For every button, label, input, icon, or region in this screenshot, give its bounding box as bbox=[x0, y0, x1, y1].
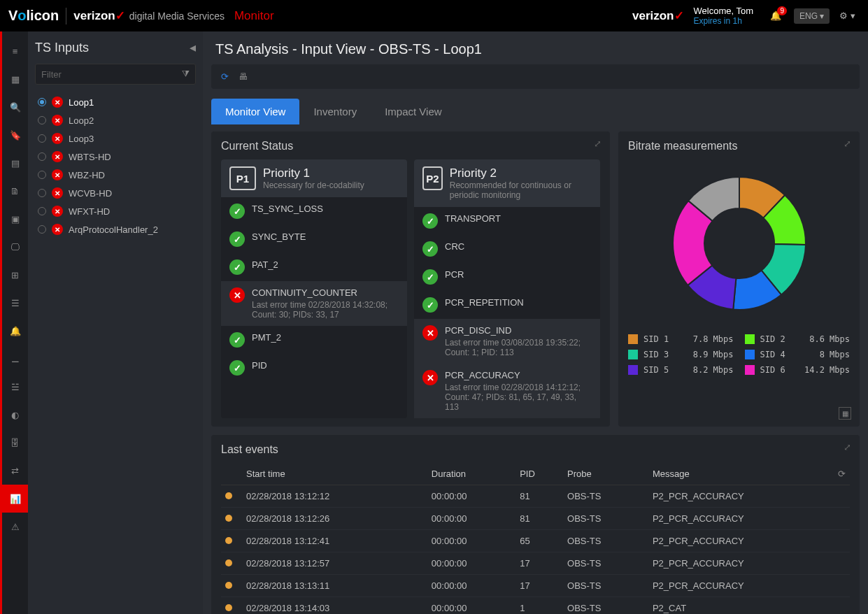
event-probe: OBS-TS bbox=[563, 530, 648, 552]
p1-title: Priority 1 bbox=[263, 166, 364, 180]
check-detail: Last error time 02/28/2018 14:32:08; Cou… bbox=[252, 300, 399, 320]
tab-monitor-view[interactable]: Monitor View bbox=[211, 99, 299, 124]
rail-voice[interactable]: ⚊ bbox=[1, 345, 29, 373]
rail-config[interactable]: ⇄ bbox=[1, 457, 29, 485]
check-CONTINUITY_COUNTER[interactable]: ✕ CONTINUITY_COUNTER Last error time 02/… bbox=[221, 281, 407, 326]
check-SYNC_BYTE[interactable]: ✓ SYNC_BYTE bbox=[221, 225, 407, 253]
check-TRANSPORT[interactable]: ✓ TRANSPORT bbox=[414, 207, 600, 235]
rail-db[interactable]: 🗄 bbox=[1, 429, 29, 457]
expand-events-button[interactable]: ⤢ bbox=[844, 442, 851, 452]
notifications-button[interactable]: 🔔 9 bbox=[770, 10, 781, 21]
event-row[interactable]: 02/28/2018 13:14:03 00:00:00 1 OBS-TS P2… bbox=[221, 597, 850, 615]
bitrate-donut-chart bbox=[628, 159, 850, 334]
tab-impact-view[interactable]: Impact View bbox=[371, 99, 455, 124]
rail-apps[interactable]: ⊞ bbox=[1, 261, 29, 289]
settings-button[interactable]: ⚙ ▾ bbox=[839, 10, 855, 21]
filter-input[interactable]: Filter ⧩ bbox=[35, 64, 196, 85]
p2-badge: P2 bbox=[422, 166, 443, 190]
inputs-sidebar: TS Inputs ◂ Filter ⧩ ✕ Loop1 ✕ Loop2 ✕ L… bbox=[28, 31, 203, 614]
legend-SID-6: SID 6 14.2 Mbps bbox=[745, 365, 851, 375]
check-CRC[interactable]: ✓ CRC bbox=[414, 235, 600, 263]
current-status-panel: Current Status ⤢ P1 Priority 1 Necessary… bbox=[211, 131, 610, 427]
event-row[interactable]: 02/28/2018 13:12:12 00:00:00 81 OBS-TS P… bbox=[221, 485, 850, 508]
view-tabs: Monitor ViewInventoryImpact View bbox=[211, 99, 860, 124]
legend-value: 8 Mbps bbox=[820, 350, 850, 359]
rail-video[interactable]: ▦ bbox=[1, 65, 29, 93]
sidebar-item-Loop2[interactable]: ✕ Loop2 bbox=[35, 111, 196, 129]
error-icon: ✕ bbox=[52, 169, 63, 180]
rail-grid[interactable]: ▣ bbox=[1, 205, 29, 233]
rail-analysis[interactable]: 📊 bbox=[1, 485, 29, 513]
rail-doc[interactable]: 🗎 bbox=[1, 177, 29, 205]
sidebar-item-WCVB-HD[interactable]: ✕ WCVB-HD bbox=[35, 184, 196, 202]
legend-swatch bbox=[745, 334, 755, 344]
event-severity-icon bbox=[225, 492, 232, 499]
tab-inventory[interactable]: Inventory bbox=[299, 99, 371, 124]
status-title: Current Status bbox=[221, 140, 600, 152]
rail-contrast[interactable]: ◐ bbox=[1, 401, 29, 429]
event-start: 02/28/2018 13:12:41 bbox=[242, 530, 427, 552]
event-row[interactable]: 02/28/2018 13:12:41 00:00:00 65 OBS-TS P… bbox=[221, 530, 850, 552]
sidebar-item-Loop1[interactable]: ✕ Loop1 bbox=[35, 93, 196, 111]
legend-SID-3: SID 3 8.9 Mbps bbox=[628, 350, 734, 359]
priority2-header: P2 Priority 2 Recommended for continuous… bbox=[414, 159, 600, 207]
check-PCR_ACCURACY[interactable]: ✕ PCR_ACCURACY Last error time 02/28/201… bbox=[414, 364, 600, 418]
rail-search[interactable]: 🔍 bbox=[1, 93, 29, 121]
event-duration: 00:00:00 bbox=[427, 597, 515, 615]
event-row[interactable]: 02/28/2018 13:12:26 00:00:00 81 OBS-TS P… bbox=[221, 508, 850, 530]
rail-table[interactable]: ▤ bbox=[1, 149, 29, 177]
legend-value: 8.9 Mbps bbox=[693, 350, 734, 359]
rail-list[interactable]: ☰ bbox=[1, 289, 29, 317]
expand-status-button[interactable]: ⤢ bbox=[594, 138, 602, 149]
col-probe[interactable]: Probe bbox=[563, 463, 648, 485]
rail-bookmark[interactable]: 🔖 bbox=[1, 121, 29, 149]
app-header: Volicon verizon✓ digital Media Services … bbox=[0, 0, 868, 31]
check-icon: ✓ bbox=[229, 259, 245, 275]
rail-monitor[interactable]: 🖵 bbox=[1, 233, 29, 261]
check-TS_SYNC_LOSS[interactable]: ✓ TS_SYNC_LOSS bbox=[221, 197, 407, 225]
event-pid: 81 bbox=[515, 508, 563, 530]
event-message: P2_PCR_ACCURACY bbox=[648, 508, 850, 530]
sidebar-item-WBTS-HD[interactable]: ✕ WBTS-HD bbox=[35, 148, 196, 166]
print-button[interactable]: 🖶 bbox=[239, 71, 248, 82]
check-detail: Last error time 03/08/2018 19:35:22; Cou… bbox=[445, 338, 592, 357]
error-icon: ✕ bbox=[52, 133, 63, 144]
rail-alarm[interactable]: ⚠ bbox=[1, 513, 29, 541]
check-PAT_2[interactable]: ✓ PAT_2 bbox=[221, 253, 407, 281]
rail-menu[interactable]: ≡ bbox=[1, 37, 29, 65]
event-row[interactable]: 02/28/2018 13:12:57 00:00:00 17 OBS-TS P… bbox=[221, 552, 850, 575]
rail-alerts[interactable]: 🔔 bbox=[1, 317, 29, 345]
refresh-events-button[interactable]: ⟳ bbox=[838, 469, 846, 479]
col-start[interactable]: Start time bbox=[242, 463, 427, 485]
col-message[interactable]: Message⟳ bbox=[648, 463, 850, 485]
error-icon: ✕ bbox=[52, 224, 63, 235]
sidebar-item-WBZ-HD[interactable]: ✕ WBZ-HD bbox=[35, 166, 196, 184]
check-PCR_REPETITION[interactable]: ✓ PCR_REPETITION bbox=[414, 291, 600, 319]
check-PMT_2[interactable]: ✓ PMT_2 bbox=[221, 326, 407, 354]
check-label: PCR bbox=[445, 269, 464, 280]
radio-icon bbox=[38, 189, 46, 197]
rail-stack[interactable]: ☱ bbox=[1, 373, 29, 401]
sidebar-item-WFXT-HD[interactable]: ✕ WFXT-HD bbox=[35, 202, 196, 220]
event-pid: 17 bbox=[515, 552, 563, 575]
refresh-button[interactable]: ⟳ bbox=[221, 71, 229, 82]
legend-name: SID 6 bbox=[760, 365, 785, 375]
sidebar-item-ArqProtocolHandler_2[interactable]: ✕ ArqProtocolHandler_2 bbox=[35, 220, 196, 238]
check-PCR_DISC_IND[interactable]: ✕ PCR_DISC_IND Last error time 03/08/201… bbox=[414, 319, 600, 364]
check-label: PCR_REPETITION bbox=[445, 297, 524, 308]
expires-text: Expires in 1h bbox=[694, 16, 754, 26]
expand-bitrate-button[interactable]: ⤢ bbox=[844, 138, 851, 149]
col-duration[interactable]: Duration bbox=[427, 463, 515, 485]
check-PCR[interactable]: ✓ PCR bbox=[414, 263, 600, 291]
col-pid[interactable]: PID bbox=[515, 463, 563, 485]
check-PID[interactable]: ✓ PID bbox=[221, 354, 407, 382]
language-selector[interactable]: ENG ▾ bbox=[794, 8, 830, 24]
check-label: PCR_DISC_IND bbox=[445, 325, 592, 336]
check-icon: ✓ bbox=[422, 269, 438, 285]
legend-swatch bbox=[628, 334, 638, 344]
collapse-sidebar-button[interactable]: ◂ bbox=[190, 40, 196, 55]
event-row[interactable]: 02/28/2018 13:13:11 00:00:00 17 OBS-TS P… bbox=[221, 575, 850, 597]
bitrate-table-toggle[interactable]: ▦ bbox=[839, 407, 851, 420]
sidebar-item-Loop3[interactable]: ✕ Loop3 bbox=[35, 129, 196, 148]
event-duration: 00:00:00 bbox=[427, 530, 515, 552]
